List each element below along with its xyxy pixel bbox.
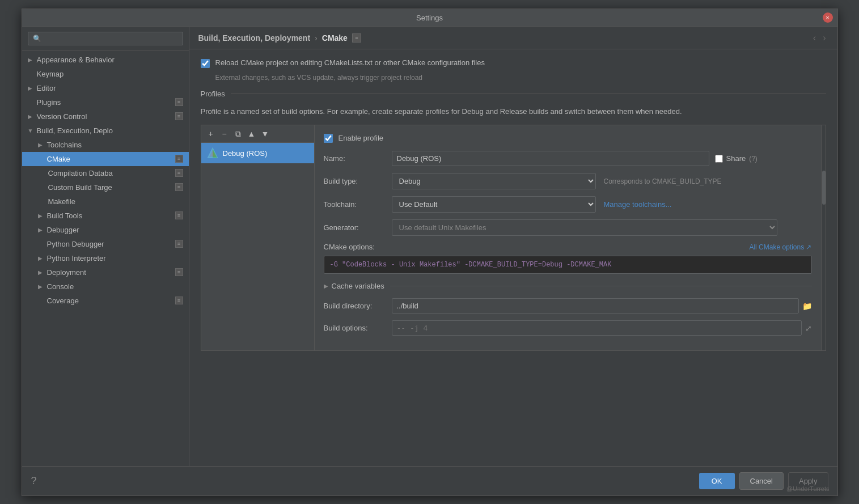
sidebar-item-label: Debugger (47, 226, 79, 234)
share-row: Share (?) (715, 154, 758, 163)
name-input[interactable] (392, 151, 709, 166)
all-cmake-options-link[interactable]: All CMake options ↗ (749, 243, 811, 251)
sidebar-item-version-control[interactable]: ▶ Version Control ≡ (22, 109, 189, 124)
title-bar: Settings × (22, 9, 837, 27)
cmake-options-label: CMake options: (324, 243, 392, 251)
profiles-section-title: Profiles (201, 90, 225, 98)
sidebar-item-label: Appearance & Behavior (37, 56, 115, 64)
ok-button[interactable]: OK (699, 473, 735, 489)
spacer-icon (28, 99, 35, 105)
sidebar-item-label: Console (47, 282, 74, 291)
build-type-hint: Corresponds to CMAKE_BUILD_TYPE (604, 177, 722, 185)
scrollbar[interactable] (821, 125, 826, 350)
move-down-button[interactable]: ▼ (259, 128, 272, 140)
sidebar-item-editor[interactable]: ▶ Editor (22, 81, 189, 95)
sidebar-item-debugger[interactable]: ▶ Debugger (22, 223, 189, 237)
cache-chevron-icon: ▶ (324, 283, 328, 289)
dialog-footer: ? OK Cancel Apply @UnderTurrets (22, 466, 837, 495)
profile-entry-debug-ros[interactable]: Debug (ROS) (201, 143, 314, 163)
help-button[interactable]: ? (31, 475, 37, 487)
build-type-select[interactable]: Debug Release RelWithDebInfo MinSizeRel (392, 173, 596, 189)
add-profile-button[interactable]: + (205, 128, 217, 140)
build-options-input[interactable] (392, 320, 802, 336)
back-button[interactable]: ‹ (811, 33, 818, 43)
toolchain-label: Toolchain: (324, 200, 392, 209)
cache-divider (390, 286, 812, 286)
remove-profile-button[interactable]: − (218, 128, 231, 140)
cancel-button[interactable]: Cancel (739, 472, 784, 490)
scrollbar-thumb (822, 171, 826, 205)
build-directory-input[interactable] (392, 298, 799, 314)
page-settings-icon: ≡ (352, 33, 361, 43)
sidebar-item-label: Version Control (37, 112, 87, 121)
sidebar-item-build-tools[interactable]: ▶ Build Tools ≡ (22, 209, 189, 223)
page-icon: ≡ (175, 112, 183, 120)
sidebar-item-toolchains[interactable]: ▶ Toolchains (22, 138, 189, 152)
watermark: @UnderTurrets (786, 485, 830, 492)
build-type-label: Build type: (324, 177, 392, 185)
spacer-icon (28, 71, 35, 77)
chevron-right-icon: ▶ (38, 227, 45, 233)
breadcrumb-parent: Build, Execution, Deployment (198, 33, 311, 43)
copy-profile-button[interactable]: ⧉ (232, 128, 244, 140)
forward-button[interactable]: › (820, 33, 828, 43)
breadcrumb-current: CMake (322, 33, 348, 43)
sidebar-item-label: Python Interpreter (47, 254, 106, 262)
close-button[interactable]: × (823, 12, 833, 23)
sidebar-item-label: Plugins (37, 98, 61, 107)
sidebar-item-label: Keymap (37, 70, 64, 78)
sidebar-item-console[interactable]: ▶ Console (22, 279, 189, 294)
name-label: Name: (324, 154, 392, 163)
expand-icon[interactable]: ⤢ (805, 324, 812, 333)
sidebar-item-plugins[interactable]: Plugins ≡ (22, 95, 189, 109)
sidebar-item-python-debugger[interactable]: Python Debugger ≡ (22, 237, 189, 251)
sidebar-item-label: CMake (47, 155, 70, 163)
help-icon[interactable]: (?) (749, 155, 758, 163)
sidebar-item-cmake[interactable]: CMake ≡ (22, 152, 189, 166)
cache-variables-section[interactable]: ▶ Cache variables (324, 282, 812, 290)
folder-icon[interactable]: 📁 (802, 302, 812, 311)
chevron-right-icon: ▶ (28, 85, 35, 91)
sidebar-item-label: Deployment (47, 268, 86, 277)
spacer-icon (38, 298, 45, 304)
enable-profile-checkbox[interactable] (324, 134, 333, 143)
chevron-right-icon: ▶ (38, 283, 45, 290)
chevron-down-icon: ▼ (28, 128, 35, 134)
profiles-section-header: Profiles (201, 90, 826, 98)
generator-select[interactable]: Use default Unix Makefiles (392, 219, 777, 236)
manage-toolchains-link[interactable]: Manage toolchains... (604, 200, 672, 209)
sidebar-item-appearance[interactable]: ▶ Appearance & Behavior (22, 53, 189, 67)
sidebar-item-label: Makefile (48, 197, 75, 206)
build-directory-label: Build directory: (324, 302, 392, 310)
page-icon: ≡ (175, 240, 183, 248)
sidebar-item-label: Compilation Databa (48, 169, 113, 177)
sidebar-item-label: Build, Execution, Deplo (37, 126, 113, 135)
sidebar-item-python-interpreter[interactable]: ▶ Python Interpreter (22, 251, 189, 265)
search-input[interactable] (28, 32, 183, 45)
generator-label: Generator: (324, 223, 392, 232)
build-options-row: Build options: ⤢ (324, 320, 812, 336)
sidebar-item-custom-build[interactable]: Custom Build Targe ≡ (22, 180, 189, 194)
cmake-options-input[interactable]: -G "CodeBlocks - Unix Makefiles" -DCMAKE… (324, 256, 812, 274)
page-icon: ≡ (175, 297, 183, 304)
reload-checkbox-row: Reload CMake project on editing CMakeLis… (201, 58, 826, 68)
sidebar-item-build-execution[interactable]: ▼ Build, Execution, Deplo (22, 124, 189, 138)
reload-label: Reload CMake project on editing CMakeLis… (215, 58, 485, 67)
move-up-button[interactable]: ▲ (246, 128, 258, 140)
sidebar-item-label: Custom Build Targe (48, 183, 112, 192)
dialog-title: Settings (416, 14, 443, 22)
sidebar-item-coverage[interactable]: Coverage ≡ (22, 294, 189, 308)
sidebar-item-keymap[interactable]: Keymap (22, 67, 189, 81)
chevron-right-icon: ▶ (38, 255, 45, 261)
breadcrumb: Build, Execution, Deployment › CMake ≡ (198, 33, 361, 43)
share-checkbox[interactable] (715, 155, 723, 163)
sidebar-item-makefile[interactable]: Makefile (22, 194, 189, 209)
enable-profile-label: Enable profile (338, 134, 384, 142)
enable-profile-row: Enable profile (324, 133, 812, 143)
sidebar-item-compilation-db[interactable]: Compilation Databa ≡ (22, 166, 189, 180)
reload-checkbox[interactable] (201, 59, 210, 68)
sidebar: ▶ Appearance & Behavior Keymap ▶ Editor … (22, 27, 189, 466)
sidebar-item-deployment[interactable]: ▶ Deployment ≡ (22, 265, 189, 279)
settings-dialog: Settings × ▶ Appearance & Behavior Keyma… (22, 9, 838, 496)
toolchain-select[interactable]: Use Default (392, 196, 596, 213)
